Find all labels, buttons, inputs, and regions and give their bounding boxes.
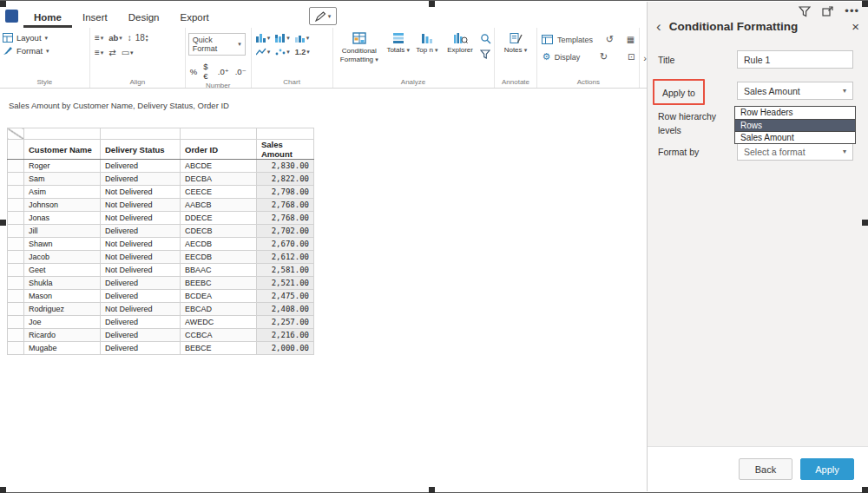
sales-amount-cell[interactable]: 2,702.00: [257, 225, 314, 238]
sales-amount-cell[interactable]: 2,822.00: [257, 173, 314, 186]
order-id-cell[interactable]: DECBA: [181, 173, 257, 186]
stacked-chart-button[interactable]: ▾: [275, 33, 290, 43]
order-id-cell[interactable]: EBCAD: [181, 303, 257, 316]
line-chart-button[interactable]: ▾: [256, 48, 271, 56]
tab-design[interactable]: Design: [118, 8, 170, 28]
layout-button[interactable]: Layout ▾: [3, 33, 87, 43]
column-header[interactable]: Sales Amount: [257, 140, 314, 160]
templates-button[interactable]: Templates: [542, 35, 593, 44]
resize-handle[interactable]: [429, 487, 435, 493]
delivery-status-cell[interactable]: Not Delivered: [101, 251, 181, 264]
filter-icon[interactable]: [799, 6, 811, 17]
delivery-status-cell[interactable]: Not Delivered: [101, 199, 181, 212]
delivery-status-cell[interactable]: Delivered: [101, 316, 181, 329]
delivery-status-cell[interactable]: Not Delivered: [101, 212, 181, 225]
order-id-cell[interactable]: CCBCA: [181, 329, 257, 342]
customer-name-cell[interactable]: Ricardo: [24, 329, 101, 342]
row-handle[interactable]: [8, 277, 24, 290]
row-handle[interactable]: [8, 342, 24, 355]
delivery-status-cell[interactable]: Not Delivered: [101, 238, 181, 251]
search-icon[interactable]: [480, 33, 491, 44]
table-row[interactable]: JacobNot DeliveredEECDB2,612.00: [8, 251, 314, 264]
row-handle[interactable]: [8, 290, 24, 303]
totals-button[interactable]: Totals ▾: [385, 30, 411, 56]
align-vertical-button[interactable]: ≡▾: [95, 48, 103, 57]
table-row[interactable]: GeetNot DeliveredBBAAC2,581.00: [8, 264, 314, 277]
sales-amount-cell[interactable]: 2,798.00: [257, 186, 314, 199]
grid-icon[interactable]: ▦: [627, 35, 635, 44]
percent-format-button[interactable]: %: [190, 67, 197, 76]
customer-name-cell[interactable]: Joe: [24, 316, 101, 329]
panel-back-icon[interactable]: ‹: [656, 21, 661, 33]
delivery-status-cell[interactable]: Delivered: [101, 290, 181, 303]
format-button[interactable]: Format ▾: [3, 46, 87, 56]
font-style-button[interactable]: ab▾: [108, 33, 122, 43]
row-handle[interactable]: [8, 212, 24, 225]
customer-name-cell[interactable]: Roger: [24, 160, 101, 173]
delivery-status-cell[interactable]: Delivered: [101, 342, 181, 355]
row-handle[interactable]: [8, 186, 24, 199]
display-button[interactable]: ⚙ Display: [542, 51, 580, 62]
table-row[interactable]: ShuklaDeliveredBEEBC2,521.00: [8, 277, 314, 290]
table-row[interactable]: RogerDeliveredABCDE2,830.00: [8, 160, 314, 173]
row-handle[interactable]: [8, 316, 24, 329]
sales-amount-cell[interactable]: 2,670.00: [257, 238, 314, 251]
row-handle[interactable]: [8, 329, 24, 342]
customer-name-cell[interactable]: Jacob: [24, 251, 101, 264]
filter-funnel-icon[interactable]: [480, 49, 490, 59]
table-row[interactable]: MasonDeliveredBCDEA2,475.00: [8, 290, 314, 303]
delivery-status-cell[interactable]: Delivered: [101, 277, 181, 290]
conditional-formatting-button[interactable]: Conditional Formatting ▾: [336, 30, 384, 65]
order-id-cell[interactable]: CEECE: [181, 186, 257, 199]
delivery-status-cell[interactable]: Delivered: [101, 329, 181, 342]
order-id-cell[interactable]: BBAAC: [181, 264, 257, 277]
sales-amount-cell[interactable]: 2,475.00: [257, 290, 314, 303]
order-id-cell[interactable]: BEBCE: [181, 342, 257, 355]
order-id-cell[interactable]: BCDEA: [181, 290, 257, 303]
font-size-stepper[interactable]: ↕ 18▴▾: [128, 33, 148, 43]
more-options-icon[interactable]: •••: [845, 7, 859, 16]
fit-icon[interactable]: ⊡: [628, 52, 635, 62]
rule-title-input[interactable]: [737, 50, 853, 69]
resize-handle[interactable]: [862, 487, 868, 493]
customer-name-cell[interactable]: Jonas: [24, 212, 101, 225]
report-table[interactable]: Customer NameDelivery StatusOrder IDSale…: [7, 128, 314, 355]
column-header[interactable]: Customer Name: [24, 140, 101, 160]
resize-handle[interactable]: [0, 220, 6, 226]
row-handle[interactable]: [8, 251, 24, 264]
decimal-places-button[interactable]: 1.2▾: [295, 48, 310, 56]
customer-name-cell[interactable]: Mugabe: [24, 342, 101, 355]
customer-name-cell[interactable]: Shawn: [24, 238, 101, 251]
row-handle[interactable]: [8, 160, 24, 173]
wrap-shape-button[interactable]: ▭▾: [122, 48, 134, 57]
sales-amount-cell[interactable]: 2,216.00: [257, 329, 314, 342]
apply-button[interactable]: Apply: [800, 458, 854, 480]
customer-name-cell[interactable]: Rodriguez: [24, 303, 101, 316]
row-handle[interactable]: [8, 303, 24, 316]
row-handle[interactable]: [8, 140, 24, 160]
decrease-icon[interactable]: ▾: [146, 38, 148, 43]
table-row[interactable]: JillDeliveredCDECB2,702.00: [8, 225, 314, 238]
sales-amount-cell[interactable]: 2,830.00: [257, 160, 314, 173]
tab-export[interactable]: Export: [170, 8, 220, 28]
customer-name-cell[interactable]: Asim: [24, 186, 101, 199]
app-icon[interactable]: [5, 10, 18, 23]
customer-name-cell[interactable]: Mason: [24, 290, 101, 303]
sales-amount-cell[interactable]: 2,408.00: [257, 303, 314, 316]
table-row[interactable]: JohnsonNot DeliveredAABCB2,768.00: [8, 199, 314, 212]
row-handle[interactable]: [8, 199, 24, 212]
sales-amount-cell[interactable]: 2,521.00: [257, 277, 314, 290]
undo-icon[interactable]: ↺: [606, 34, 614, 45]
row-handle[interactable]: [8, 173, 24, 186]
order-id-cell[interactable]: DDECE: [181, 212, 257, 225]
table-row[interactable]: MugabeDeliveredBEBCE2,000.00: [8, 342, 314, 355]
table-corner-selector[interactable]: [8, 128, 24, 140]
table-row[interactable]: SamDeliveredDECBA2,822.00: [8, 173, 314, 186]
tab-home[interactable]: Home: [23, 8, 72, 28]
order-id-cell[interactable]: BEEBC: [181, 277, 257, 290]
order-id-cell[interactable]: AECDB: [181, 238, 257, 251]
table-row[interactable]: AsimNot DeliveredCEECE2,798.00: [8, 186, 314, 199]
column-header[interactable]: Order ID: [181, 140, 257, 160]
resize-handle[interactable]: [429, 1, 435, 7]
increase-decimal-button[interactable]: .0⁺: [218, 67, 229, 76]
